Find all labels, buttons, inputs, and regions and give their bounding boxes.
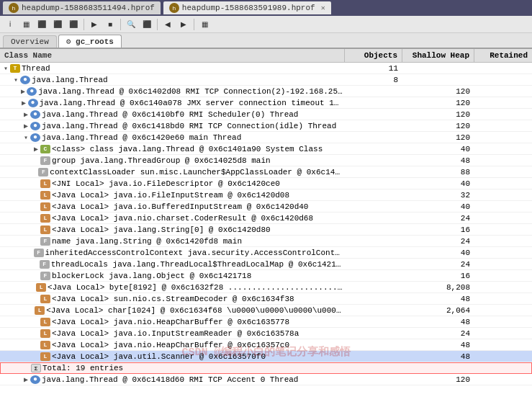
expand-icon[interactable]: ▶ [22,110,30,119]
table-row[interactable]: L<Java Local> java.util.Scanner @ 0x6c16… [0,351,532,362]
col-header-retained[interactable]: Retained [474,49,532,62]
table-row[interactable]: L<Java Local> sun.nio.cs.StreamDecoder @… [0,293,532,305]
toolbar-play-btn[interactable]: ▶ [87,18,102,31]
table-row[interactable]: L<Java Local> java.nio.HeapCharBuffer @ … [0,339,532,351]
row-retained [474,379,532,380]
row-name-cell: L<Java Local> char[1024] @ 0x6c1634f68 \… [0,305,345,316]
col-header-objects[interactable]: Objects [345,49,402,62]
row-shallow: 16 [402,225,474,235]
row-text: <Java Local> java.nio.HeapCharBuffer @ 0… [52,341,289,349]
row-objects: 8 [345,75,402,85]
table-row[interactable]: FthreadLocals java.lang.ThreadLocal$Thre… [0,259,532,270]
table-row[interactable]: FcontextClassLoader sun.misc.Launcher$Ap… [0,166,532,178]
row-retained [474,218,532,219]
expand-icon[interactable]: ▾ [12,76,20,84]
tab-hprof2[interactable]: h heapdump-1588683591989.hprof ✕ [163,1,331,14]
table-row[interactable]: ▶●java.lang.Thread @ 0x6c1418d60 RMI TCP… [0,374,532,385]
row-objects [345,183,402,184]
table-row[interactable]: ▶●java.lang.Thread @ 0x6c1410bf0 RMI Sch… [0,109,532,120]
row-shallow: 24 [402,329,474,339]
table-row[interactable]: ▾●java.lang.Thread8 [0,74,532,86]
close-icon[interactable]: ✕ [321,4,325,12]
row-shallow: 8,208 [402,282,474,292]
toolbar-btn10[interactable]: ⬛ [140,18,154,31]
expand-icon[interactable]: ▶ [22,122,30,130]
row-retained [474,125,532,127]
table-row[interactable]: L<JNI Local> java.io.FileDescriptor @ 0x… [0,178,532,189]
tab-overview[interactable]: Overview [3,35,57,48]
obj-icon: C [40,145,50,153]
table-row[interactable]: ▶●java.lang.Thread @ 0x6c140a078 JMX ser… [0,97,532,109]
table-row[interactable]: L<Java Local> java.io.BufferedInputStrea… [0,201,532,213]
table-row[interactable]: ▶●java.lang.Thread @ 0x6c1402d08 RMI TCP… [0,86,532,97]
toolbar-sep1 [84,19,84,30]
table-row[interactable]: L<Java Local> java.lang.String[0] @ 0x6c… [0,224,532,236]
tab-hprof1[interactable]: h heapdump-1588683511494.hprof [3,1,161,14]
row-objects [345,218,402,219]
table-row[interactable]: ▾TThread11 [0,63,532,74]
obj-icon: L [36,283,46,292]
expand-icon[interactable]: ▾ [1,64,10,73]
row-objects [345,102,402,104]
title-bar: h heapdump-1588683511494.hprof h heapdum… [0,0,532,16]
row-text: <Java Local> java.io.InputStreamReader @… [52,329,299,338]
obj-icon: L [35,306,45,315]
obj-icon: ● [28,99,38,107]
toolbar-histogram-btn[interactable]: ▦ [19,18,33,31]
table-row[interactable]: ΣTotal: 19 entries [0,362,532,374]
toolbar-btn4[interactable]: ⬛ [50,18,65,31]
row-objects [345,160,402,161]
row-retained [474,367,531,369]
row-objects [345,333,402,334]
table-row[interactable]: Fname java.lang.String @ 0x6c1420fd8 mai… [0,236,532,247]
row-shallow: 40 [402,248,474,258]
tab-gc-roots[interactable]: ⚙ gc_roots [58,35,122,48]
row-objects [344,367,402,369]
col-header-name[interactable]: Class Name [0,49,345,62]
table-row[interactable]: L<Java Local> java.nio.charset.CoderResu… [0,213,532,224]
row-text: <JNI Local> java.io.FileDescriptor @ 0x6… [52,179,280,188]
toolbar-info-btn[interactable]: i [3,18,17,31]
table-row[interactable]: Fgroup java.lang.ThreadGroup @ 0x6c14025… [0,155,532,166]
obj-icon: L [40,225,50,234]
table-row[interactable]: FblockerLock java.lang.Object @ 0x6c1421… [0,270,532,282]
table-row[interactable]: L<Java Local> byte[8192] @ 0x6c1632f28 .… [0,282,532,293]
toolbar-search-btn[interactable]: 🔍 [124,18,138,31]
main-content[interactable]: Class Name Objects Shallow Heap Retained… [0,49,532,402]
table-row[interactable]: L<Java Local> java.nio.HeapCharBuffer @ … [0,316,532,328]
expand-icon[interactable]: ▶ [32,145,40,153]
expand-icon[interactable]: ▶ [19,87,27,96]
expand-icon[interactable]: ▶ [22,375,30,384]
obj-icon: F [40,156,50,165]
row-retained [474,252,532,254]
toolbar-btn3[interactable]: ⬛ [35,18,49,31]
row-shallow [402,79,474,81]
toolbar-back-btn[interactable]: ◀ [161,18,175,31]
expand-icon[interactable]: ▶ [20,99,28,107]
table-row[interactable]: ▾●java.lang.Thread @ 0x6c1420e60 main Th… [0,132,532,143]
hprof-icon2: h [169,3,179,13]
col-header-shallow[interactable]: Shallow Heap [402,49,474,62]
row-retained [474,275,532,277]
obj-icon: F [40,260,50,269]
table-row[interactable]: ▶●java.lang.Thread @ 0x6c1418bd0 RMI TCP… [0,120,532,132]
table-row[interactable]: ▶C<class> class java.lang.Thread @ 0x6c1… [0,143,532,155]
table-row[interactable]: L<Java Local> java.io.FileInputStream @ … [0,189,532,201]
row-retained [474,321,532,323]
row-retained [474,241,532,242]
table-row[interactable]: FinheritedAccessControlContext java.secu… [0,247,532,259]
toolbar-btn5[interactable]: ⬛ [66,18,81,31]
toolbar-stop-btn[interactable]: ■ [103,18,117,31]
row-objects [345,171,402,173]
expand-icon[interactable]: ▾ [22,133,30,142]
row-objects [345,241,402,242]
row-name-cell: L<Java Local> java.nio.charset.CoderResu… [0,213,345,223]
toolbar-grid-btn[interactable]: ▦ [197,18,212,31]
table-row[interactable]: L<Java Local> char[1024] @ 0x6c1634f68 \… [0,305,532,316]
table-row[interactable]: L<Java Local> java.io.InputStreamReader … [0,328,532,339]
row-objects: 11 [345,63,402,73]
row-objects [345,148,402,150]
toolbar-forward-btn[interactable]: ▶ [176,18,191,31]
row-text: <class> class java.lang.Thread @ 0x6c140… [52,145,323,153]
row-objects [345,114,402,115]
